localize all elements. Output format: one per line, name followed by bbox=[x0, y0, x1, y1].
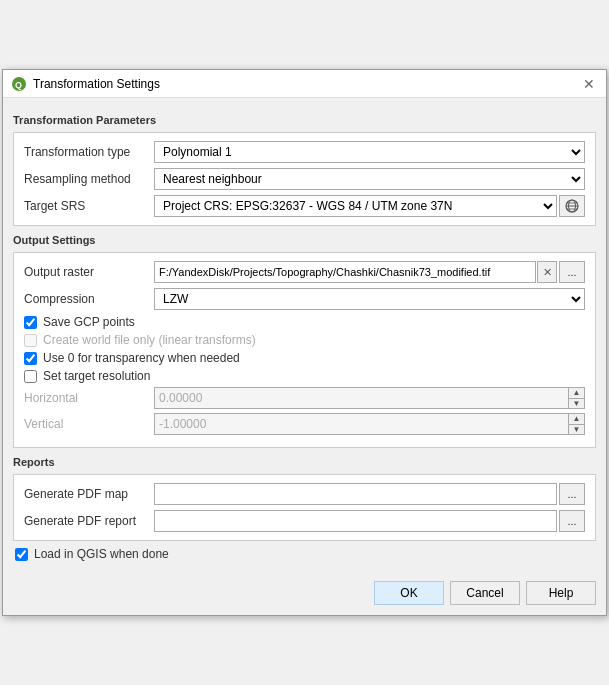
dialog-title: Transformation Settings bbox=[33, 77, 580, 91]
help-button[interactable]: Help bbox=[526, 581, 596, 605]
vertical-spin-down[interactable]: ▼ bbox=[569, 425, 584, 435]
horizontal-spin-buttons: ▲ ▼ bbox=[569, 387, 585, 409]
titlebar: Q Transformation Settings ✕ bbox=[3, 70, 606, 98]
ok-button[interactable]: OK bbox=[374, 581, 444, 605]
svg-text:Q: Q bbox=[15, 80, 22, 90]
transformation-params-label: Transformation Parameters bbox=[13, 114, 596, 126]
pdf-map-row: Generate PDF map ... bbox=[24, 483, 585, 505]
use-zero-checkbox[interactable] bbox=[24, 352, 37, 365]
target-srs-select[interactable]: Project CRS: EPSG:32637 - WGS 84 / UTM z… bbox=[154, 195, 557, 217]
reports-group: Generate PDF map ... Generate PDF report… bbox=[13, 474, 596, 541]
pdf-report-row: Generate PDF report ... bbox=[24, 510, 585, 532]
compression-row: Compression LZW DEFLATE NONE PACKBITS bbox=[24, 288, 585, 310]
resampling-method-row: Resampling method Nearest neighbour Bili… bbox=[24, 168, 585, 190]
transformation-type-label: Transformation type bbox=[24, 145, 154, 159]
save-gcp-row: Save GCP points bbox=[24, 315, 585, 329]
resampling-method-label: Resampling method bbox=[24, 172, 154, 186]
save-gcp-checkbox[interactable] bbox=[24, 316, 37, 329]
browse-pdf-report-button[interactable]: ... bbox=[559, 510, 585, 532]
pdf-map-label: Generate PDF map bbox=[24, 487, 154, 501]
globe-icon bbox=[565, 199, 579, 213]
dialog-footer: OK Cancel Help bbox=[3, 575, 606, 615]
target-srs-row: Target SRS Project CRS: EPSG:32637 - WGS… bbox=[24, 195, 585, 217]
create-world-label: Create world file only (linear transform… bbox=[43, 333, 256, 347]
output-settings-group: Output raster ✕ ... Compression LZW DEFL… bbox=[13, 252, 596, 448]
crs-globe-button[interactable] bbox=[559, 195, 585, 217]
transformation-type-row: Transformation type Polynomial 1 Polynom… bbox=[24, 141, 585, 163]
dialog-content: Transformation Parameters Transformation… bbox=[3, 98, 606, 575]
transformation-params-group: Transformation type Polynomial 1 Polynom… bbox=[13, 132, 596, 226]
output-raster-label: Output raster bbox=[24, 265, 154, 279]
load-qgis-row: Load in QGIS when done bbox=[15, 547, 596, 561]
output-settings-label: Output Settings bbox=[13, 234, 596, 246]
output-raster-input[interactable] bbox=[154, 261, 536, 283]
set-target-checkbox[interactable] bbox=[24, 370, 37, 383]
cancel-button[interactable]: Cancel bbox=[450, 581, 520, 605]
use-zero-row: Use 0 for transparency when needed bbox=[24, 351, 585, 365]
vertical-control: ▲ ▼ bbox=[154, 413, 585, 435]
vertical-spin-up[interactable]: ▲ bbox=[569, 414, 584, 425]
compression-control: LZW DEFLATE NONE PACKBITS bbox=[154, 288, 585, 310]
browse-pdf-map-button[interactable]: ... bbox=[559, 483, 585, 505]
transformation-settings-dialog: Q Transformation Settings ✕ Transformati… bbox=[2, 69, 607, 616]
browse-output-button[interactable]: ... bbox=[559, 261, 585, 283]
create-world-checkbox[interactable] bbox=[24, 334, 37, 347]
horizontal-control: ▲ ▼ bbox=[154, 387, 585, 409]
resampling-method-select[interactable]: Nearest neighbour Bilinear Cubic Cubic S… bbox=[154, 168, 585, 190]
compression-label: Compression bbox=[24, 292, 154, 306]
use-zero-label: Use 0 for transparency when needed bbox=[43, 351, 240, 365]
vertical-input bbox=[154, 413, 569, 435]
clear-output-button[interactable]: ✕ bbox=[537, 261, 557, 283]
create-world-row: Create world file only (linear transform… bbox=[24, 333, 585, 347]
pdf-report-control: ... bbox=[154, 510, 585, 532]
load-qgis-label: Load in QGIS when done bbox=[34, 547, 169, 561]
output-raster-control: ✕ ... bbox=[154, 261, 585, 283]
qgis-icon: Q bbox=[11, 76, 27, 92]
resampling-method-control: Nearest neighbour Bilinear Cubic Cubic S… bbox=[154, 168, 585, 190]
output-raster-row: Output raster ✕ ... bbox=[24, 261, 585, 283]
transformation-type-control: Polynomial 1 Polynomial 2 Polynomial 3 T… bbox=[154, 141, 585, 163]
pdf-report-input[interactable] bbox=[154, 510, 557, 532]
target-srs-control: Project CRS: EPSG:32637 - WGS 84 / UTM z… bbox=[154, 195, 585, 217]
set-target-row: Set target resolution bbox=[24, 369, 585, 383]
horizontal-input bbox=[154, 387, 569, 409]
pdf-map-input[interactable] bbox=[154, 483, 557, 505]
transformation-type-select[interactable]: Polynomial 1 Polynomial 2 Polynomial 3 T… bbox=[154, 141, 585, 163]
set-target-label: Set target resolution bbox=[43, 369, 150, 383]
close-button[interactable]: ✕ bbox=[580, 75, 598, 93]
load-qgis-checkbox[interactable] bbox=[15, 548, 28, 561]
vertical-spin-buttons: ▲ ▼ bbox=[569, 413, 585, 435]
vertical-label: Vertical bbox=[24, 417, 154, 431]
horizontal-label: Horizontal bbox=[24, 391, 154, 405]
target-srs-label: Target SRS bbox=[24, 199, 154, 213]
reports-label: Reports bbox=[13, 456, 596, 468]
compression-select[interactable]: LZW DEFLATE NONE PACKBITS bbox=[154, 288, 585, 310]
save-gcp-label: Save GCP points bbox=[43, 315, 135, 329]
pdf-map-control: ... bbox=[154, 483, 585, 505]
pdf-report-label: Generate PDF report bbox=[24, 514, 154, 528]
horizontal-spin-down[interactable]: ▼ bbox=[569, 399, 584, 409]
vertical-row: Vertical ▲ ▼ bbox=[24, 413, 585, 435]
horizontal-row: Horizontal ▲ ▼ bbox=[24, 387, 585, 409]
horizontal-spin-up[interactable]: ▲ bbox=[569, 388, 584, 399]
